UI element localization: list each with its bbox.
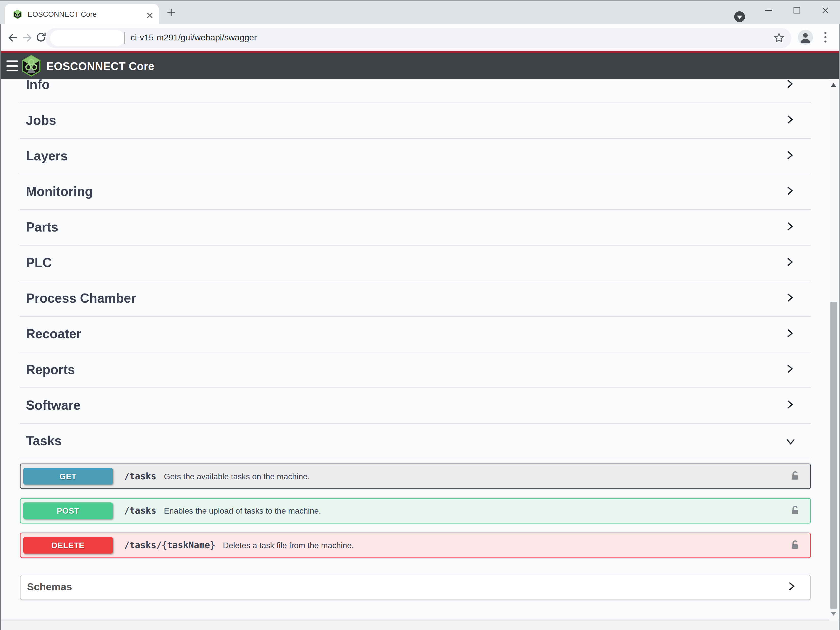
section-title: Process Chamber (26, 291, 784, 306)
maximize-icon (793, 7, 800, 13)
browser-menu-icon[interactable] (824, 31, 827, 43)
new-tab-button[interactable] (163, 5, 178, 20)
api-section-list: InfoJobsLayersMonitoringPartsPLCProcess … (20, 80, 811, 558)
browser-toolbar: ci-v15-m291/gui/webapi/swagger (0, 24, 840, 51)
section-title: Jobs (26, 113, 784, 128)
tab-close-icon[interactable] (147, 11, 153, 17)
app-header: EOSCONNECT Core (0, 53, 840, 79)
browser-tab[interactable]: EOSCONNECT Core (5, 4, 159, 24)
api-section-info[interactable]: Info (20, 80, 811, 103)
operation-path: /tasks (124, 471, 156, 481)
chevron-right-icon (786, 581, 796, 594)
window-minimize-button[interactable] (760, 3, 777, 17)
minimize-icon (765, 10, 772, 11)
scroll-up-icon[interactable] (831, 83, 836, 87)
method-badge[interactable]: POST (23, 502, 113, 519)
operation-delete[interactable]: DELETE/tasks/{taskName}Deletes a task fi… (20, 532, 811, 558)
app-title: EOSCONNECT Core (47, 60, 155, 73)
menu-icon[interactable] (6, 60, 18, 71)
window-edge (0, 24, 1, 630)
url-text[interactable]: ci-v15-m291/gui/webapi/swagger (131, 33, 257, 42)
chevron-right-icon (784, 150, 794, 162)
browser-window: EOSCONNECT Core ci-v15-m291/gui/webap (0, 0, 840, 630)
chevron-right-icon (784, 221, 794, 233)
chevron-right-icon (784, 114, 794, 126)
section-title: Layers (26, 148, 784, 164)
horizontal-scrollbar-track[interactable] (0, 620, 840, 630)
section-title: Monitoring (26, 184, 784, 199)
api-section-reports[interactable]: Reports (20, 352, 811, 388)
window-close-button[interactable] (817, 3, 834, 17)
method-badge[interactable]: DELETE (23, 537, 113, 553)
api-section-plc[interactable]: PLC (20, 245, 811, 281)
profile-avatar[interactable] (798, 30, 813, 45)
tab-search-button[interactable] (734, 11, 745, 22)
accent-divider (0, 51, 840, 53)
chevron-right-icon (784, 399, 794, 412)
section-title: PLC (26, 255, 784, 270)
tab-strip: EOSCONNECT Core (0, 0, 840, 24)
api-section-recoater[interactable]: Recoater (20, 317, 811, 352)
chevron-right-icon (784, 292, 794, 305)
schemas-section[interactable]: Schemas (20, 575, 811, 600)
api-section-tasks[interactable]: Tasks (20, 424, 811, 459)
vertical-scrollbar[interactable] (829, 80, 838, 621)
address-bar[interactable]: ci-v15-m291/gui/webapi/swagger (45, 28, 791, 48)
back-icon[interactable] (6, 32, 18, 44)
section-title: Recoater (26, 326, 784, 342)
operation-path: /tasks/{taskName} (124, 540, 215, 550)
api-section-jobs[interactable]: Jobs (20, 103, 811, 139)
eos-favicon-icon (13, 9, 22, 19)
chevron-right-icon (784, 257, 794, 269)
operation-description: Deletes a task file from the machine. (223, 540, 354, 550)
schemas-title: Schemas (27, 581, 786, 593)
operation-post[interactable]: POST/tasksEnables the upload of tasks to… (20, 498, 811, 523)
auth-unlock-icon[interactable] (790, 540, 800, 551)
api-section-software[interactable]: Software (20, 388, 811, 424)
method-badge[interactable]: GET (23, 468, 113, 484)
tab-title: EOSCONNECT Core (27, 10, 138, 18)
chevron-down-icon (783, 436, 796, 446)
section-title: Tasks (26, 433, 784, 448)
close-icon (822, 7, 829, 13)
api-section-parts[interactable]: Parts (20, 209, 811, 245)
chevron-right-icon (784, 328, 794, 340)
api-section-monitoring[interactable]: Monitoring (20, 174, 811, 209)
chevron-right-icon (784, 186, 794, 198)
operations-list: GET/tasksGets the available tasks on the… (20, 463, 811, 558)
operation-get[interactable]: GET/tasksGets the available tasks on the… (20, 463, 811, 489)
window-edge (0, 0, 840, 1)
section-title: Reports (26, 362, 784, 377)
scrollbar-thumb[interactable] (831, 302, 837, 609)
scroll-down-icon[interactable] (831, 612, 836, 616)
eos-logo-icon (22, 55, 40, 77)
section-title: Info (26, 80, 784, 93)
operation-description: Enables the upload of tasks to the machi… (164, 506, 321, 515)
operation-description: Gets the available tasks on the machine. (164, 471, 310, 480)
section-title: Parts (26, 220, 784, 235)
bookmark-star-icon[interactable] (774, 32, 784, 43)
auth-unlock-icon[interactable] (790, 470, 800, 482)
operation-path: /tasks (124, 506, 156, 516)
window-maximize-button[interactable] (789, 3, 805, 17)
auth-unlock-icon[interactable] (790, 505, 800, 517)
caret-down-icon (737, 16, 742, 19)
chevron-right-icon (784, 364, 794, 376)
url-separator (124, 32, 125, 44)
redacted-url-host (50, 30, 125, 46)
forward-icon[interactable] (22, 32, 33, 44)
section-title: Software (26, 398, 784, 413)
chevron-right-icon (784, 80, 794, 91)
api-section-layers[interactable]: Layers (20, 139, 811, 174)
window-edge (839, 24, 840, 630)
api-section-process-chamber[interactable]: Process Chamber (20, 281, 811, 317)
swagger-content: InfoJobsLayersMonitoringPartsPLCProcess … (20, 80, 811, 619)
